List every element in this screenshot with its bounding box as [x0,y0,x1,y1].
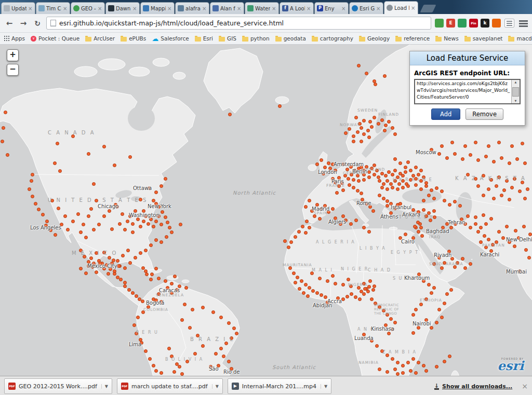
city-marker[interactable] [108,209,111,213]
city-marker[interactable] [344,131,348,135]
city-marker[interactable] [492,197,496,200]
city-marker[interactable] [323,166,327,169]
city-marker[interactable] [401,174,405,178]
city-marker[interactable] [45,220,49,223]
city-marker[interactable] [95,270,98,274]
city-marker[interactable] [335,191,339,195]
city-marker[interactable] [508,161,511,165]
city-marker[interactable] [391,126,394,130]
city-marker[interactable] [466,214,470,218]
city-marker[interactable] [357,179,361,183]
city-marker[interactable] [193,352,197,356]
city-marker[interactable] [482,213,485,217]
city-marker[interactable] [393,169,397,172]
city-marker[interactable] [482,194,485,197]
city-marker[interactable] [211,310,215,314]
city-marker[interactable] [362,226,366,229]
download-caret-icon[interactable]: ▼ [101,384,108,389]
city-marker[interactable] [476,158,480,162]
tab-esri-gi[interactable]: Esri GI× [349,2,383,14]
city-marker[interactable] [227,321,231,325]
city-marker[interactable] [150,273,154,276]
city-marker[interactable] [367,135,371,139]
city-marker[interactable] [393,132,397,136]
city-marker[interactable] [382,182,385,186]
city-marker[interactable] [92,182,96,186]
city-marker[interactable] [385,179,389,183]
city-marker[interactable] [1,140,4,143]
city-marker[interactable] [367,175,371,179]
city-marker[interactable] [76,212,80,216]
bookmark-macdev[interactable]: macdev [508,35,532,42]
city-marker[interactable] [154,220,158,223]
city-marker[interactable] [294,235,297,239]
city-marker[interactable] [358,297,362,301]
city-marker[interactable] [341,188,345,192]
city-marker[interactable] [413,225,417,228]
remove-button[interactable]: Remove [466,108,503,120]
city-marker[interactable] [487,187,490,191]
city-marker[interactable] [154,190,158,194]
city-marker[interactable] [424,184,428,188]
city-marker[interactable] [366,129,370,132]
city-marker[interactable] [301,225,304,228]
city-marker[interactable] [515,157,519,161]
city-marker[interactable] [378,179,381,183]
bookmark-arcuser[interactable]: ArcUser [85,35,115,42]
city-marker[interactable] [318,277,322,280]
bookmark-pocket-queue[interactable]: ∨Pocket : Queue [31,35,79,42]
scroll-thumb[interactable] [512,87,519,97]
city-marker[interactable] [119,278,123,281]
city-marker[interactable] [126,220,129,223]
city-marker[interactable] [373,173,376,176]
city-marker[interactable] [87,214,90,218]
city-marker[interactable] [385,204,389,208]
city-marker[interactable] [278,104,282,108]
city-marker[interactable] [380,186,384,189]
city-marker[interactable] [360,140,363,143]
bookmark-reference[interactable]: reference [395,35,430,42]
city-marker[interactable] [135,294,138,298]
city-marker[interactable] [144,269,148,273]
city-marker[interactable] [513,244,516,248]
city-marker[interactable] [368,279,372,283]
tab-close-icon[interactable]: × [167,6,172,11]
city-marker[interactable] [422,208,425,212]
city-marker[interactable] [164,177,167,181]
map-content[interactable]: C A N A D AU N I T E D S T A T E SM E X … [0,45,532,376]
download-item[interactable]: PDFmarch update to staf....pdf▼ [117,378,223,394]
city-marker[interactable] [152,225,155,228]
city-marker[interactable] [527,256,531,260]
green-extension-icon[interactable] [435,19,444,28]
city-marker[interactable] [347,177,350,181]
tab-close-icon[interactable]: × [98,6,102,11]
city-marker[interactable] [131,291,135,295]
city-marker[interactable] [387,120,391,124]
city-marker[interactable] [445,156,449,160]
city-marker[interactable] [144,249,148,252]
city-marker[interactable] [489,217,493,221]
city-marker[interactable] [500,156,503,160]
tab-close-icon[interactable]: × [376,6,381,11]
bookmark-python[interactable]: python [242,35,270,42]
city-marker[interactable] [411,313,415,317]
city-marker[interactable] [113,272,116,276]
city-marker[interactable] [224,342,228,345]
city-marker[interactable] [296,276,299,279]
bookmark-news[interactable]: News [435,35,458,42]
menu-icon[interactable] [519,20,528,26]
city-marker[interactable] [360,126,363,130]
city-marker[interactable] [320,158,323,162]
tab-eny[interactable]: PEny× [314,2,349,14]
city-marker[interactable] [147,222,150,226]
city-marker[interactable] [149,278,153,281]
city-marker[interactable] [393,157,397,161]
city-marker[interactable] [469,262,472,266]
tab-updat[interactable]: Updat× [1,2,35,14]
city-marker[interactable] [521,142,524,145]
city-marker[interactable] [354,116,358,119]
city-marker[interactable] [347,278,350,281]
city-marker[interactable] [79,267,83,270]
city-marker[interactable] [57,207,60,210]
tab-a-look[interactable]: fA Look× [280,2,314,14]
